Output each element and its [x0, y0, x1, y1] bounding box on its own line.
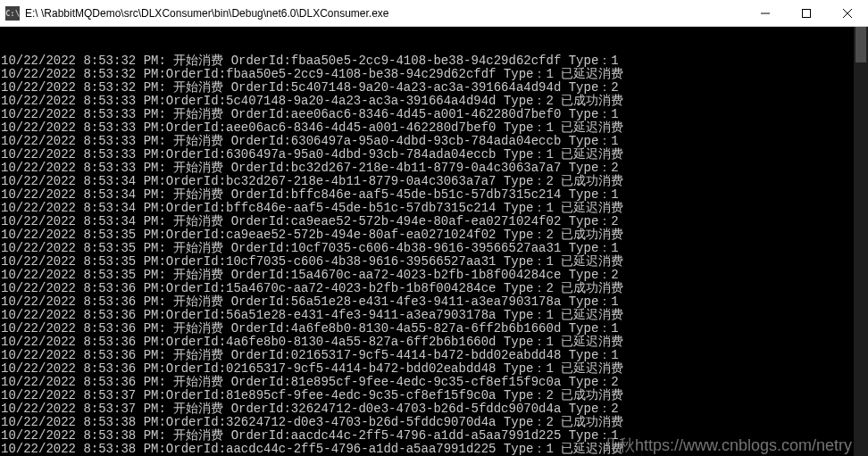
console-line: 10/22/2022 8:53:32 PM: 开始消费 OrderId:fbaa…	[1, 54, 867, 68]
console-line: 10/22/2022 8:53:38 PM:OrderId:aacdc44c-2…	[1, 443, 867, 456]
console-line: 10/22/2022 8:53:34 PM:OrderId:bc32d267-2…	[1, 175, 867, 188]
svg-rect-1	[803, 9, 811, 17]
console-line: 10/22/2022 8:53:36 PM: 开始消费 OrderId:0216…	[1, 349, 867, 362]
vertical-scrollbar[interactable]	[854, 27, 868, 456]
console-line: 10/22/2022 8:53:38 PM: 开始消费 OrderId:aacd…	[1, 429, 867, 443]
console-line: 10/22/2022 8:53:34 PM:OrderId:bffc846e-a…	[1, 202, 867, 215]
console-line: 10/22/2022 8:53:37 PM: 开始消费 OrderId:3262…	[1, 402, 867, 416]
scrollbar-thumb[interactable]	[855, 27, 866, 62]
console-line: 10/22/2022 8:53:36 PM: 开始消费 OrderId:56a5…	[1, 295, 867, 309]
console-line: 10/22/2022 8:53:36 PM:OrderId:02165317-9…	[1, 362, 867, 376]
console-line: 10/22/2022 8:53:35 PM: 开始消费 OrderId:10cf…	[1, 242, 867, 255]
console-line: 10/22/2022 8:53:34 PM: 开始消费 OrderId:bffc…	[1, 188, 867, 202]
console-line: 10/22/2022 8:53:35 PM: 开始消费 OrderId:15a4…	[1, 269, 867, 282]
console-line: 10/22/2022 8:53:37 PM:OrderId:81e895cf-9…	[1, 389, 867, 402]
console-line: 10/22/2022 8:53:33 PM:OrderId:6306497a-9…	[1, 148, 867, 162]
window-title: E:\ \RabbitMQDemo\src\DLXConsumer\bin\De…	[25, 7, 745, 20]
console-line: 10/22/2022 8:53:33 PM:OrderId:5c407148-9…	[1, 95, 867, 108]
console-line: 10/22/2022 8:53:36 PM: 开始消费 OrderId:81e8…	[1, 376, 867, 389]
console-line: 10/22/2022 8:53:33 PM: 开始消费 OrderId:bc32…	[1, 162, 867, 175]
close-button[interactable]	[827, 0, 868, 27]
console-line: 10/22/2022 8:53:34 PM: 开始消费 OrderId:ca9e…	[1, 215, 867, 228]
window-titlebar: C:\ E:\ \RabbitMQDemo\src\DLXConsumer\bi…	[0, 0, 868, 27]
console-line: 10/22/2022 8:53:38 PM:OrderId:32624712-d…	[1, 416, 867, 429]
window-controls	[745, 0, 868, 27]
console-line: 10/22/2022 8:53:32 PM: 开始消费 OrderId:5c40…	[1, 81, 867, 95]
console-line: 10/22/2022 8:53:35 PM:OrderId:ca9eae52-5…	[1, 228, 867, 242]
console-line: 10/22/2022 8:53:35 PM:OrderId:10cf7035-c…	[1, 255, 867, 269]
maximize-button[interactable]	[786, 0, 827, 27]
console-line: 10/22/2022 8:53:33 PM:OrderId:aee06ac6-8…	[1, 121, 867, 135]
minimize-button[interactable]	[745, 0, 786, 27]
app-icon: C:\	[5, 6, 20, 21]
console-line: 10/22/2022 8:53:36 PM:OrderId:4a6fe8b0-8…	[1, 336, 867, 349]
console-line: 10/22/2022 8:53:33 PM: 开始消费 OrderId:aee0…	[1, 108, 867, 121]
console-line: 10/22/2022 8:53:33 PM: 开始消费 OrderId:6306…	[1, 135, 867, 148]
console-line: 10/22/2022 8:53:36 PM:OrderId:56a51e28-e…	[1, 309, 867, 322]
console-line: 10/22/2022 8:53:32 PM:OrderId:fbaa50e5-2…	[1, 68, 867, 81]
console-line: 10/22/2022 8:53:36 PM:OrderId:15a4670c-a…	[1, 282, 867, 295]
console-line: 10/22/2022 8:53:36 PM: 开始消费 OrderId:4a6f…	[1, 322, 867, 336]
console-output[interactable]: 10/22/2022 8:53:32 PM: 开始消费 OrderId:fbaa…	[0, 27, 868, 456]
